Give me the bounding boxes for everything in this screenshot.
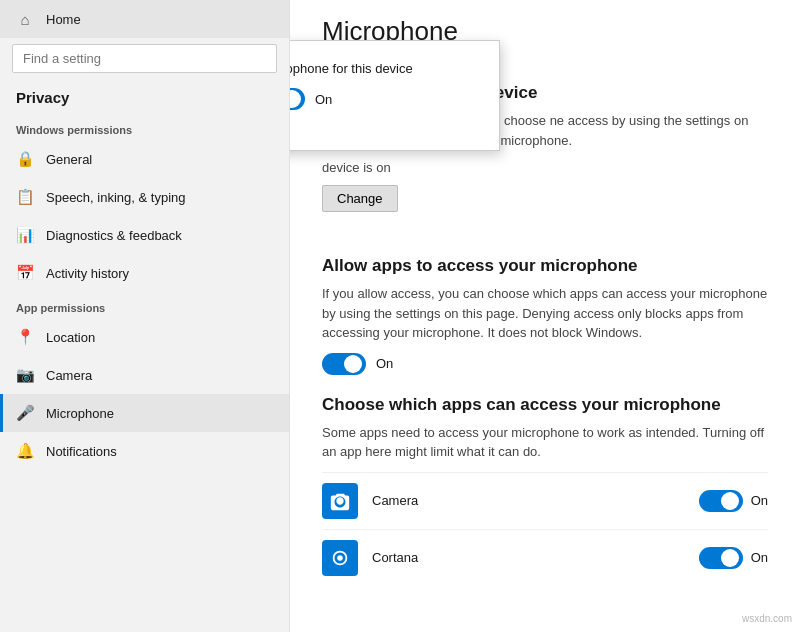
lock-icon: 🔒 (16, 150, 34, 168)
home-label: Home (46, 12, 81, 27)
windows-permissions-label: Windows permissions (0, 114, 289, 140)
sidebar-item-label: Camera (46, 368, 92, 383)
camera-toggle-area: On (699, 490, 768, 512)
sidebar-item-speech[interactable]: 📋 Speech, inking, & typing (0, 178, 289, 216)
camera-app-icon (322, 483, 358, 519)
sidebar-item-microphone[interactable]: 🎤 Microphone (0, 394, 289, 432)
sidebar-item-home[interactable]: ⌂ Home (0, 0, 289, 38)
sidebar-title: Privacy (0, 85, 289, 114)
sidebar-item-label: Diagnostics & feedback (46, 228, 182, 243)
app-row-camera: Camera On (322, 472, 768, 529)
app-row-cortana: Cortana On (322, 529, 768, 586)
sidebar-item-camera[interactable]: 📷 Camera (0, 356, 289, 394)
home-icon: ⌂ (16, 10, 34, 28)
popup-toggle[interactable] (290, 88, 305, 110)
camera-nav-icon: 📷 (16, 366, 34, 384)
choose-section-desc: Some apps need to access your microphone… (322, 423, 768, 462)
allow-toggle[interactable] (322, 353, 366, 375)
choose-section-heading: Choose which apps can access your microp… (322, 395, 768, 415)
cortana-toggle-label: On (751, 550, 768, 565)
camera-app-name: Camera (372, 493, 699, 508)
popup-title: Microphone for this device (290, 61, 479, 76)
sidebar-item-label: Speech, inking, & typing (46, 190, 185, 205)
sidebar-item-label: Activity history (46, 266, 129, 281)
cortana-app-toggle[interactable] (699, 547, 743, 569)
microphone-device-popup: Microphone for this device On (290, 40, 500, 151)
device-on-text: device is on (322, 160, 768, 175)
allow-section-desc: If you allow access, you can choose whic… (322, 284, 768, 343)
sidebar-item-general[interactable]: 🔒 General (0, 140, 289, 178)
sidebar-item-label: Microphone (46, 406, 114, 421)
camera-app-toggle[interactable] (699, 490, 743, 512)
sidebar-item-notifications[interactable]: 🔔 Notifications (0, 432, 289, 470)
sidebar-item-location[interactable]: 📍 Location (0, 318, 289, 356)
watermark: wsxdn.com (742, 613, 792, 624)
cortana-app-icon (322, 540, 358, 576)
allow-toggle-row: On (322, 353, 768, 375)
main-content: Microphone Microphone for this device On… (290, 0, 800, 632)
speech-icon: 📋 (16, 188, 34, 206)
sidebar-item-label: General (46, 152, 92, 167)
app-permissions-label: App permissions (0, 292, 289, 318)
cortana-app-name: Cortana (372, 550, 699, 565)
search-input[interactable] (12, 44, 277, 73)
popup-toggle-row: On (290, 88, 479, 110)
activity-icon: 📅 (16, 264, 34, 282)
svg-point-1 (337, 555, 343, 561)
camera-toggle-label: On (751, 493, 768, 508)
diagnostics-icon: 📊 (16, 226, 34, 244)
sidebar: ⌂ Home Privacy Windows permissions 🔒 Gen… (0, 0, 290, 632)
allow-toggle-label: On (376, 356, 393, 371)
sidebar-item-diagnostics[interactable]: 📊 Diagnostics & feedback (0, 216, 289, 254)
sidebar-item-activity[interactable]: 📅 Activity history (0, 254, 289, 292)
notifications-nav-icon: 🔔 (16, 442, 34, 460)
sidebar-item-label: Location (46, 330, 95, 345)
microphone-nav-icon: 🎤 (16, 404, 34, 422)
change-button[interactable]: Change (322, 185, 398, 212)
popup-toggle-label: On (315, 92, 332, 107)
sidebar-item-label: Notifications (46, 444, 117, 459)
location-icon: 📍 (16, 328, 34, 346)
cortana-toggle-area: On (699, 547, 768, 569)
allow-section-heading: Allow apps to access your microphone (322, 256, 768, 276)
